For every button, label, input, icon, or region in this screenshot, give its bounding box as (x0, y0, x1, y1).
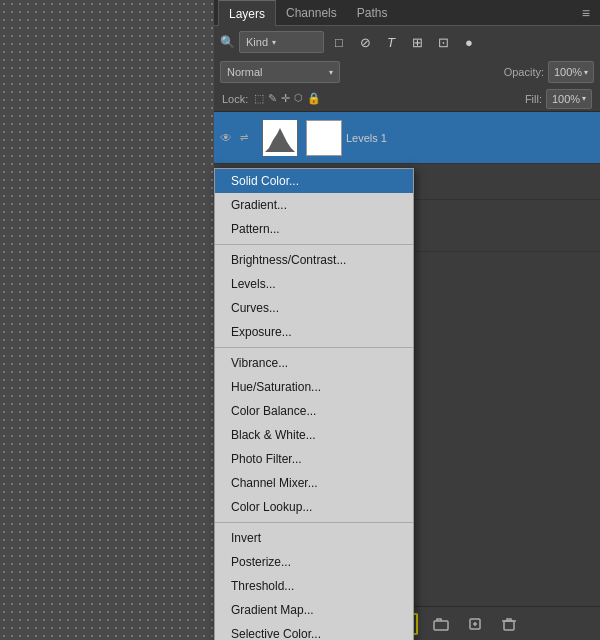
lock-icons: ⬚ ✎ ✛ ⬡ 🔒 (254, 92, 321, 105)
blend-mode-select[interactable]: Normal ▾ (220, 61, 340, 83)
panel-menu-icon[interactable]: ≡ (576, 5, 596, 21)
kind-toolbar: 🔍 Kind ▾ □ ⊘ T ⊞ ⊡ ● (214, 26, 600, 58)
tab-paths[interactable]: Paths (347, 0, 398, 26)
filter-color-icon[interactable]: ● (458, 31, 480, 53)
lock-artboard-icon[interactable]: ⬡ (294, 92, 303, 105)
svg-rect-10 (504, 621, 514, 630)
menu-item-posterize[interactable]: Posterize... (215, 550, 413, 574)
layer-mask-levels1 (306, 120, 342, 156)
menu-item-black-white[interactable]: Black & White... (215, 423, 413, 447)
layer-thumb-levels1 (262, 120, 298, 156)
filter-smart-icon[interactable]: ⊡ (432, 31, 454, 53)
menu-item-vibrance[interactable]: Vibrance... (215, 351, 413, 375)
layers-panel: Layers Channels Paths ≡ 🔍 Kind ▾ □ ⊘ T ⊞… (214, 0, 600, 640)
filter-shape-icon[interactable]: ⊞ (406, 31, 428, 53)
menu-item-curves[interactable]: Curves... (215, 296, 413, 320)
kind-select[interactable]: Kind ▾ (239, 31, 324, 53)
menu-item-levels[interactable]: Levels... (215, 272, 413, 296)
fill-label: Fill: (525, 93, 542, 105)
menu-item-invert[interactable]: Invert (215, 526, 413, 550)
visibility-icon-levels1[interactable]: 👁 (220, 131, 238, 145)
layer-item-levels1[interactable]: 👁 ⇌ Levels 1 (214, 112, 600, 164)
delete-layer-button[interactable] (498, 613, 520, 635)
new-layer-button[interactable] (464, 613, 486, 635)
menu-item-pattern[interactable]: Pattern... (215, 217, 413, 241)
fill-arrow: ▾ (582, 94, 586, 103)
menu-item-selective-color[interactable]: Selective Color... (215, 622, 413, 640)
lock-all-icon[interactable]: 🔒 (307, 92, 321, 105)
lock-move-icon[interactable]: ✛ (281, 92, 290, 105)
lock-row: Lock: ⬚ ✎ ✛ ⬡ 🔒 Fill: 100% ▾ (214, 86, 600, 112)
lock-label: Lock: (222, 93, 248, 105)
tab-layers[interactable]: Layers (218, 0, 276, 26)
fill-group: Fill: 100% ▾ (525, 89, 592, 109)
link-icon-levels1: ⇌ (240, 132, 254, 143)
menu-item-color-balance[interactable]: Color Balance... (215, 399, 413, 423)
lock-pixels-icon[interactable]: ⬚ (254, 92, 264, 105)
opacity-label: Opacity: (504, 66, 544, 78)
new-group-button[interactable] (430, 613, 452, 635)
fill-input[interactable]: 100% ▾ (546, 89, 592, 109)
levels-chart-svg (263, 120, 297, 154)
menu-item-color-lookup[interactable]: Color Lookup... (215, 495, 413, 519)
menu-item-gradient[interactable]: Gradient... (215, 193, 413, 217)
adjustment-dropdown-menu: Solid Color... Gradient... Pattern... Br… (214, 168, 414, 640)
menu-item-solid-color[interactable]: Solid Color... (215, 169, 413, 193)
lock-paint-icon[interactable]: ✎ (268, 92, 277, 105)
tabs-bar: Layers Channels Paths ≡ (214, 0, 600, 26)
blend-row: Normal ▾ Opacity: 100% ▾ (214, 58, 600, 86)
filter-adjustment-icon[interactable]: ⊘ (354, 31, 376, 53)
menu-item-photo-filter[interactable]: Photo Filter... (215, 447, 413, 471)
menu-item-exposure[interactable]: Exposure... (215, 320, 413, 344)
filter-pixel-icon[interactable]: □ (328, 31, 350, 53)
menu-item-channel-mixer[interactable]: Channel Mixer... (215, 471, 413, 495)
filter-type-icon[interactable]: T (380, 31, 402, 53)
opacity-group: Opacity: 100% ▾ (504, 61, 594, 83)
blend-arrow: ▾ (329, 68, 333, 77)
menu-separator-1 (215, 244, 413, 245)
kind-select-arrow: ▾ (272, 38, 276, 47)
menu-item-brightness-contrast[interactable]: Brightness/Contrast... (215, 248, 413, 272)
search-icon: 🔍 (220, 35, 235, 49)
menu-separator-2 (215, 347, 413, 348)
opacity-input[interactable]: 100% ▾ (548, 61, 594, 83)
menu-item-gradient-map[interactable]: Gradient Map... (215, 598, 413, 622)
svg-rect-6 (434, 621, 448, 630)
canvas-area (0, 0, 214, 640)
canvas-texture (0, 0, 214, 640)
menu-item-hue-saturation[interactable]: Hue/Saturation... (215, 375, 413, 399)
layer-name-levels1: Levels 1 (346, 132, 387, 144)
menu-separator-3 (215, 522, 413, 523)
menu-item-threshold[interactable]: Threshold... (215, 574, 413, 598)
opacity-arrow: ▾ (584, 68, 588, 77)
tab-channels[interactable]: Channels (276, 0, 347, 26)
